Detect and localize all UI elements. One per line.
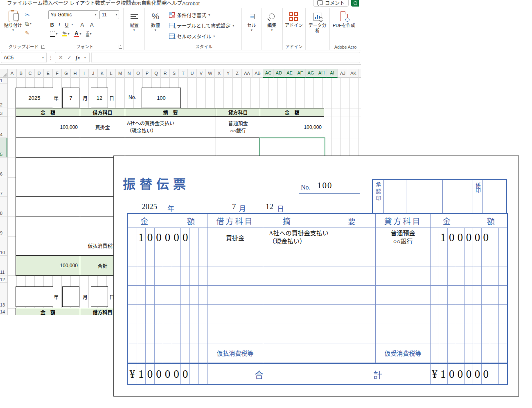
sheet-cell[interactable]: 100,000 xyxy=(260,117,324,138)
column-header[interactable]: M xyxy=(116,69,125,78)
day-cell-2[interactable] xyxy=(91,286,108,307)
ribbon-tab[interactable]: Acrobat xyxy=(182,1,200,7)
sheet-cell[interactable] xyxy=(16,138,80,158)
chevron-down-icon[interactable] xyxy=(72,23,73,26)
row-header[interactable]: 10 xyxy=(0,236,7,256)
column-header[interactable]: G xyxy=(62,69,71,78)
sheet-header-cell[interactable]: 摘 要 xyxy=(125,108,216,117)
paste-button[interactable]: 貼り付け xyxy=(3,9,23,32)
alignment-button[interactable]: 配置 xyxy=(126,9,142,32)
cells-button[interactable]: セル xyxy=(244,9,259,32)
name-box[interactable]: AC5 xyxy=(1,52,47,63)
column-header[interactable]: AI xyxy=(327,69,338,78)
row-header[interactable]: 7 xyxy=(0,177,7,197)
row-header[interactable]: 9 xyxy=(0,216,7,236)
column-header[interactable]: AL xyxy=(359,69,361,78)
font-size-select[interactable]: 11 xyxy=(99,10,119,19)
borders-button[interactable] xyxy=(48,30,59,38)
sheet-header-cell[interactable]: 貸方科目 xyxy=(216,108,260,117)
ribbon-tab[interactable]: ヘルプ xyxy=(167,0,183,7)
row-header[interactable]: 6 xyxy=(0,158,7,177)
enter-icon[interactable]: ✓ xyxy=(67,54,72,61)
cut-button[interactable]: ✂ xyxy=(23,11,33,19)
formula-input[interactable] xyxy=(91,52,360,63)
ribbon-tab[interactable]: ファイル xyxy=(7,0,27,7)
increase-font-button[interactable]: Aˆ xyxy=(79,20,87,29)
row-header[interactable]: 11 xyxy=(0,256,7,275)
conditional-formatting-button[interactable]: 条件付き書式 xyxy=(168,10,235,20)
ribbon-tab[interactable]: 開発 xyxy=(156,0,167,7)
ribbon-tab[interactable]: 表示 xyxy=(131,0,141,7)
column-header[interactable]: U xyxy=(188,69,197,78)
year-cell[interactable]: 2025 xyxy=(16,88,53,108)
fill-color-button[interactable] xyxy=(60,30,71,38)
column-header[interactable]: AK xyxy=(348,69,359,78)
column-header[interactable]: W xyxy=(206,69,215,78)
no-cell[interactable]: 100 xyxy=(142,88,181,108)
column-header[interactable]: AA xyxy=(242,69,252,78)
column-header[interactable]: A xyxy=(8,69,17,78)
addins-button[interactable]: アドイン xyxy=(285,9,303,28)
row-header[interactable]: 8 xyxy=(0,197,7,216)
sheet-cell[interactable] xyxy=(216,138,260,158)
sheet-cell[interactable] xyxy=(80,138,125,158)
insert-function-icon[interactable]: fx xyxy=(76,54,80,61)
column-header[interactable]: AG xyxy=(306,69,316,78)
ribbon-tab[interactable]: ホーム xyxy=(27,0,43,7)
ribbon-tab[interactable]: 自動化 xyxy=(141,0,157,7)
ribbon-tab[interactable]: 数式 xyxy=(95,0,105,7)
row-header[interactable]: 12 xyxy=(0,275,7,283)
month-cell-2[interactable] xyxy=(62,286,79,307)
row-header-selected[interactable]: 5 xyxy=(0,138,7,158)
select-all-corner[interactable] xyxy=(0,69,8,78)
data-analysis-button[interactable]: データ分析 xyxy=(308,9,327,33)
column-header[interactable]: J xyxy=(89,69,98,78)
column-header[interactable]: AF xyxy=(295,69,306,78)
number-format-button[interactable]: % 数値 xyxy=(147,9,164,32)
row-header[interactable]: 13 xyxy=(0,283,7,308)
voucher-image[interactable]: 振替伝票 No. 100 承認印 係印 2025 年 7 月 12 日 金額 借… xyxy=(113,156,519,397)
decrease-font-button[interactable]: Aˇ xyxy=(88,20,97,29)
ribbon-tab[interactable]: 校閲 xyxy=(121,0,131,7)
column-header[interactable]: B xyxy=(17,69,26,78)
column-header[interactable]: X xyxy=(215,69,224,78)
comments-button[interactable]: コメント xyxy=(313,0,349,7)
clipboard-dialog-launcher[interactable] xyxy=(41,45,45,49)
sheet-cell[interactable]: 100,000 xyxy=(16,117,80,138)
column-header[interactable]: L xyxy=(107,69,116,78)
year-cell-2[interactable] xyxy=(16,286,53,307)
format-as-table-button[interactable]: テーブルとして書式設定 xyxy=(168,21,235,30)
column-header[interactable]: D xyxy=(35,69,44,78)
column-header[interactable]: F xyxy=(53,69,62,78)
create-pdf-button[interactable]: PDFを作成 xyxy=(332,9,356,28)
sheet-cell-total-amount[interactable]: 100,000 xyxy=(16,256,80,275)
column-header[interactable]: N xyxy=(125,69,134,78)
row-header[interactable]: 3 xyxy=(0,108,7,117)
column-header[interactable]: S xyxy=(170,69,179,78)
font-name-select[interactable]: Yu Gothic xyxy=(48,10,98,19)
day-cell[interactable]: 12 xyxy=(91,88,108,108)
column-header[interactable]: I xyxy=(80,69,89,78)
column-header[interactable]: C xyxy=(26,69,35,78)
sheet-cell[interactable] xyxy=(16,216,80,236)
chevron-down-icon[interactable] xyxy=(84,56,86,59)
share-button[interactable] xyxy=(351,0,359,7)
sheet-header-cell[interactable]: 金 額 xyxy=(260,108,324,117)
ribbon-tab[interactable]: データ xyxy=(105,0,121,7)
phonetic-guide-button[interactable]: ア亜 xyxy=(84,30,93,38)
row-header[interactable]: 1 xyxy=(0,78,7,84)
editing-button[interactable]: 編集 xyxy=(264,9,280,32)
column-header[interactable]: AD xyxy=(274,69,284,78)
sheet-cell[interactable]: A社への買掛金支払い（現金払い） xyxy=(125,117,216,138)
column-header[interactable]: R xyxy=(161,69,170,78)
cell-styles-button[interactable]: セルのスタイル xyxy=(168,32,235,41)
column-header[interactable]: O xyxy=(134,69,143,78)
column-header[interactable]: T xyxy=(179,69,188,78)
sheet-cell[interactable] xyxy=(16,177,80,197)
column-header[interactable]: Y xyxy=(224,69,233,78)
ribbon-tab[interactable]: ページ レイアウト xyxy=(53,0,95,7)
column-header[interactable]: E xyxy=(44,69,53,78)
sheet-header-cell[interactable]: 金 額 xyxy=(16,308,80,315)
month-cell[interactable]: 7 xyxy=(62,88,79,108)
sheet-header-cell[interactable]: 借方科目 xyxy=(80,108,125,117)
